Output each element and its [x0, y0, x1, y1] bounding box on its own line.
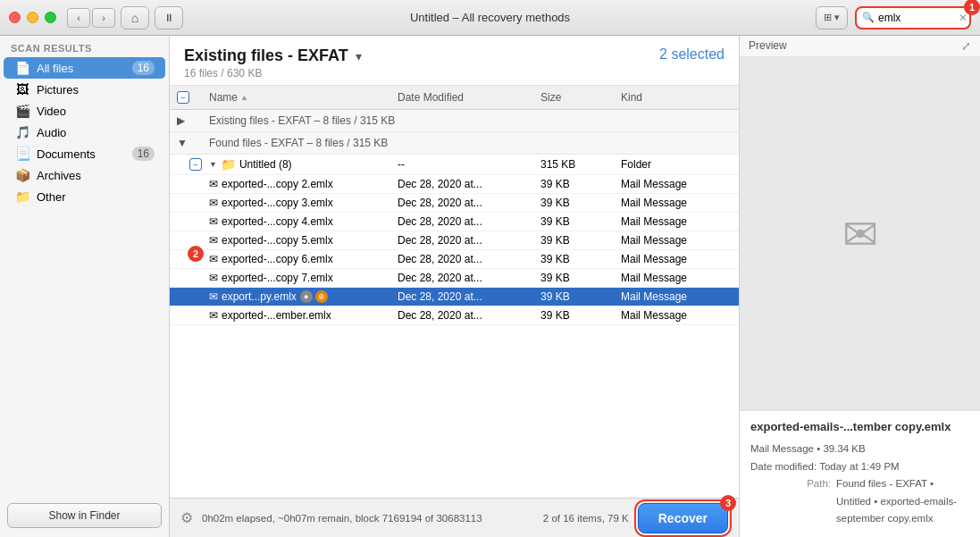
sort-arrow-icon: ▲ [240, 93, 248, 102]
group-cell-found-label: Found files - EXFAT – 8 files / 315 KB [202, 135, 739, 151]
folder-row[interactable]: − ▼ 📁 Untitled (8) -- 315 KB Folder [170, 155, 739, 175]
status-spinner-icon: ⚙ [180, 509, 193, 526]
file-row-1[interactable]: ✉ exported-...copy 3.emlx Dec 28, 2020 a… [170, 194, 739, 213]
view-toggle[interactable]: ⊞ ▾ [816, 6, 848, 29]
file-date-6: Dec 28, 2020 at... [390, 288, 533, 306]
file-name-7: exported-...ember.emlx [222, 309, 331, 322]
sidebar-label-archives: Archives [37, 169, 155, 182]
file-row-6[interactable]: ✓ ✉ export...py.emlx ● ⊕ Dec 28, 2020 at… [170, 288, 739, 306]
file-checkbox-cell-5 [170, 269, 202, 287]
pictures-icon: 🖼 [14, 82, 30, 96]
preview-image-area: ✉ [740, 57, 980, 410]
view-chevron-icon: ▾ [834, 12, 840, 23]
file-size-1: 39 KB [533, 194, 614, 212]
preview-path-label: Path: [750, 475, 831, 528]
email-icon-4: ✉ [209, 253, 218, 265]
preview-fullscreen-icon[interactable]: ⤢ [961, 39, 971, 53]
other-icon: 📁 [14, 189, 30, 204]
file-row-0[interactable]: ✉ exported-...copy 2.emlx Dec 28, 2020 a… [170, 175, 739, 194]
file-kind-0: Mail Message [614, 175, 739, 193]
file-name-cell-7: ✉ exported-...ember.emlx [202, 306, 390, 324]
close-button[interactable] [9, 12, 21, 23]
select-all-checkbox[interactable]: − [177, 91, 189, 104]
th-size-label: Size [540, 91, 561, 104]
file-date-2: Dec 28, 2020 at... [390, 213, 533, 231]
pause-button[interactable]: ⏸ [155, 6, 183, 29]
folder-expand-icon: ▼ [209, 160, 217, 169]
preview-type-size: Mail Message • 39.34 KB [750, 441, 969, 458]
sidebar-item-archives[interactable]: 📦 Archives [4, 164, 165, 186]
search-box[interactable]: 🔍 ✕ [855, 6, 971, 29]
file-row-7[interactable]: ✓ ✉ exported-...ember.emlx Dec 28, 2020 … [170, 306, 739, 325]
file-row-3[interactable]: ✉ exported-...copy 5.emlx Dec 28, 2020 a… [170, 231, 739, 250]
minimize-button[interactable] [27, 12, 38, 23]
email-icon-1: ✉ [209, 197, 218, 209]
file-name-cell-5: ✉ exported-...copy 7.emlx [202, 269, 390, 287]
badge-orange-icon: ⊕ [315, 290, 328, 303]
group-cell-existing-label: Existing files - EXFAT – 8 files / 315 K… [202, 113, 739, 129]
title-dropdown-icon[interactable]: ▾ [356, 49, 362, 63]
preview-pane: Preview ⤢ ✉ exported-emails-...tember co… [739, 36, 980, 537]
video-icon: 🎬 [14, 104, 30, 118]
file-kind-7: Mail Message [614, 306, 739, 324]
file-name-cell-3: ✉ exported-...copy 5.emlx [202, 231, 390, 249]
email-icon-0: ✉ [209, 178, 218, 190]
window-title: Untitled – All recovery methods [410, 11, 570, 24]
file-row-2[interactable]: ✉ exported-...copy 4.emlx Dec 28, 2020 a… [170, 213, 739, 231]
all-files-icon: 📄 [14, 61, 30, 75]
sidebar-item-all-files[interactable]: 📄 All files 16 [4, 57, 165, 79]
forward-button[interactable]: › [92, 8, 115, 28]
sidebar-label-other: Other [37, 190, 155, 204]
archives-icon: 📦 [14, 168, 30, 182]
view-icon: ⊞ [824, 12, 832, 23]
sidebar-item-documents[interactable]: 📃 Documents 16 [4, 143, 165, 164]
email-icon-7: ✉ [209, 309, 218, 322]
folder-checkbox[interactable]: − [189, 158, 202, 171]
search-icon: 🔍 [862, 12, 875, 23]
sidebar-item-pictures[interactable]: 🖼 Pictures [4, 79, 165, 100]
show-in-finder-button[interactable]: Show in Finder [7, 503, 162, 528]
folder-size-cell: 315 KB [533, 155, 614, 174]
content-title: Existing files - EXFAT [184, 46, 348, 65]
file-checkbox-cell-2 [170, 213, 202, 231]
file-date-7: Dec 28, 2020 at... [390, 306, 533, 324]
preview-info: exported-emails-...tember copy.emlx Mail… [740, 410, 980, 537]
file-name-1: exported-...copy 3.emlx [222, 197, 333, 209]
sidebar-item-audio[interactable]: 🎵 Audio [4, 122, 165, 143]
group-row-existing[interactable]: ▶ Existing files - EXFAT – 8 files / 315… [170, 110, 739, 132]
main-layout: Scan results 📄 All files 16 🖼 Pictures 🎬… [0, 36, 980, 537]
sidebar-count-documents: 16 [132, 147, 155, 161]
recover-button[interactable]: Recover [638, 503, 728, 533]
file-table: − Name ▲ Date Modified Size [170, 86, 739, 498]
file-checkbox-cell-6: ✓ [170, 288, 202, 306]
file-kind-1: Mail Message [614, 194, 739, 212]
right-panel: Existing files - EXFAT ▾ 16 files / 630 … [170, 36, 980, 537]
th-date[interactable]: Date Modified [390, 89, 533, 105]
file-date-5: Dec 28, 2020 at... [390, 269, 533, 287]
th-name[interactable]: Name ▲ [202, 89, 390, 105]
file-checkbox-cell-4 [170, 250, 202, 268]
file-row-5[interactable]: ✉ exported-...copy 7.emlx Dec 28, 2020 a… [170, 269, 739, 288]
file-size-7: 39 KB [533, 306, 614, 324]
fullscreen-button[interactable] [45, 12, 56, 23]
sidebar-item-other[interactable]: 📁 Other [4, 186, 165, 207]
file-name-cell-1: ✉ exported-...copy 3.emlx [202, 194, 390, 212]
file-date-0: Dec 28, 2020 at... [390, 175, 533, 193]
group-row-found[interactable]: ▼ Found files - EXFAT – 8 files / 315 KB [170, 132, 739, 155]
search-input[interactable] [878, 12, 959, 24]
th-size[interactable]: Size [533, 89, 614, 105]
th-kind[interactable]: Kind [614, 89, 739, 105]
sidebar-label-all-files: All files [37, 62, 126, 75]
preview-path-row: Path: Found files - EXFAT • Untitled • e… [750, 475, 969, 528]
back-button[interactable]: ‹ [67, 8, 90, 28]
file-row-4[interactable]: ✉ exported-...copy 6.emlx Dec 28, 2020 a… [170, 250, 739, 269]
home-button[interactable]: ⌂ [121, 6, 149, 29]
th-date-label: Date Modified [398, 91, 464, 104]
sidebar-item-video[interactable]: 🎬 Video [4, 100, 165, 122]
email-icon-6: ✉ [209, 290, 218, 303]
file-name-0: exported-...copy 2.emlx [222, 178, 333, 190]
file-checkbox-cell-0 [170, 175, 202, 193]
content-subtitle: 16 files / 630 KB [184, 67, 362, 80]
sidebar-label-documents: Documents [37, 147, 126, 161]
search-badge: 1 [964, 0, 980, 15]
